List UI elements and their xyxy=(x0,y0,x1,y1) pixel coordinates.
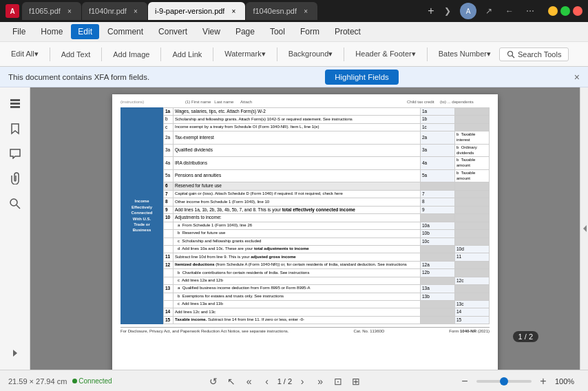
menu-item-home[interactable]: Home xyxy=(34,24,70,39)
tool-background[interactable]: Background▾ xyxy=(283,47,339,61)
business-label: Business xyxy=(133,227,151,233)
income-section-label: Income Effectively Connected With U.S. T… xyxy=(120,107,163,325)
more-tabs-button[interactable]: ❯ xyxy=(439,3,456,19)
tab-tab3[interactable]: i-9-paper-version.pdf× xyxy=(148,2,246,20)
table-row: 15 Taxable income. Subtract line 14 from… xyxy=(164,316,490,324)
search-tools-button[interactable]: Search Tools xyxy=(499,47,569,61)
rotate-left-button[interactable]: ↺ xyxy=(206,374,221,389)
tool-header-footer[interactable]: Header & Footer▾ xyxy=(350,47,421,61)
menu-item-edit[interactable]: Edit xyxy=(71,24,99,39)
tool-bates-number[interactable]: Bates Number▾ xyxy=(433,47,496,61)
title-bar-right: ❯ A ↗ ← ⋯ xyxy=(439,3,582,19)
new-tab-button[interactable]: + xyxy=(423,3,439,19)
more-options-button[interactable]: ⋯ xyxy=(522,3,538,19)
tool-label-edit-all: Edit All▾ xyxy=(11,50,39,59)
sidebar-pages-icon[interactable] xyxy=(4,93,26,115)
document-page: (instructions) (1) First name Last name … xyxy=(112,94,498,370)
close-button[interactable] xyxy=(573,6,582,16)
connected-status: Connected xyxy=(72,377,112,385)
table-row: 10 Adjustments to income: xyxy=(164,214,490,222)
first-page-button[interactable]: « xyxy=(242,374,257,389)
tool-label-background: Background▾ xyxy=(288,50,333,59)
tab-tab2[interactable]: f1040nr.pdf× xyxy=(82,2,147,20)
notification-close-button[interactable]: × xyxy=(574,72,580,83)
pdf-footer: For Disclosure, Privacy Act, and Paperwo… xyxy=(120,327,490,335)
prev-page-button[interactable]: ‹ xyxy=(260,374,275,389)
tool-separator-1 xyxy=(101,47,102,61)
maximize-button[interactable] xyxy=(560,6,570,16)
tool-add-link[interactable]: Add Link xyxy=(167,48,207,61)
highlight-fields-button[interactable]: Highlight Fields xyxy=(325,70,399,85)
with-us-label: With U.S. xyxy=(133,216,151,222)
pdf-content: (instructions) (1) First name Last name … xyxy=(112,94,498,370)
svg-rect-4 xyxy=(10,106,20,108)
sidebar-bookmark-icon[interactable] xyxy=(4,118,26,140)
tool-watermark[interactable]: Watermark▾ xyxy=(219,47,271,61)
tab-tab4[interactable]: f1040esn.pdf× xyxy=(246,2,317,20)
tab-tab1[interactable]: f1065.pdf× xyxy=(22,2,81,20)
zoom-out-button[interactable]: − xyxy=(457,374,472,389)
share-button[interactable]: ↗ xyxy=(481,3,497,19)
table-row: 11 Subtract line 10d from line 9. This i… xyxy=(164,253,490,261)
menu-item-tool[interactable]: Tool xyxy=(263,24,292,39)
sidebar-search-icon[interactable] xyxy=(4,192,26,214)
tool-edit-all[interactable]: Edit All▾ xyxy=(6,47,44,61)
menu-item-protect[interactable]: Protect xyxy=(328,24,368,39)
tab-close-tab2[interactable]: × xyxy=(131,6,140,16)
tab-close-tab3[interactable]: × xyxy=(229,6,238,16)
status-bar: 21.59 × 27.94 cm Connected ↺ ↖ « ‹ 1 / 2… xyxy=(0,370,588,391)
tool-add-image[interactable]: Add Image xyxy=(107,48,155,61)
sidebar-collapse-icon[interactable] xyxy=(4,342,26,364)
ribbon-menu: FileHomeEditCommentConvertViewPageToolFo… xyxy=(0,22,588,41)
pdf-header-info: (instructions) (1) First name Last name … xyxy=(120,100,490,105)
menu-item-comment[interactable]: Comment xyxy=(101,24,150,39)
tab-close-tab4[interactable]: × xyxy=(301,6,311,16)
app-icon: A xyxy=(6,4,19,18)
sidebar-comment-icon[interactable] xyxy=(4,142,26,165)
profile-icon[interactable]: A xyxy=(460,3,476,19)
minimize-button[interactable] xyxy=(548,6,558,16)
back-button[interactable]: ← xyxy=(501,3,518,19)
trade-label: Trade or xyxy=(134,222,150,227)
tab-close-tab1[interactable]: × xyxy=(65,6,74,16)
sidebar-attach-icon[interactable] xyxy=(4,167,26,189)
svg-line-6 xyxy=(17,205,20,209)
zoom-slider[interactable] xyxy=(476,380,532,383)
table-row: 6 Reserved for future use xyxy=(164,182,490,190)
table-row: c Add lines 13a and 13b 13c xyxy=(164,301,490,308)
right-sidebar-toggle[interactable] xyxy=(580,87,588,370)
table-row: b Charitable contributions for certain r… xyxy=(164,269,490,277)
table-row: 2a Tax-exempt interest 2a b Taxable inte… xyxy=(164,131,490,145)
ribbon-tools: Edit All▾Add TextAdd ImageAdd LinkWaterm… xyxy=(0,41,588,66)
document-scroll-area[interactable]: (instructions) (1) First name Last name … xyxy=(30,87,580,370)
title-bar: A f1065.pdf×f1040nr.pdf×i-9-paper-versio… xyxy=(0,0,588,22)
fit-page-button[interactable]: ⊡ xyxy=(330,374,346,389)
zoom-in-button[interactable]: + xyxy=(536,374,551,389)
ribbon: FileHomeEditCommentConvertViewPageToolFo… xyxy=(0,22,588,67)
menu-item-form[interactable]: Form xyxy=(293,24,326,39)
tool-label-add-link: Add Link xyxy=(172,50,202,59)
menu-item-file[interactable]: File xyxy=(6,24,32,39)
table-row: b Reserved for future use 10b xyxy=(164,230,490,237)
next-page-button[interactable]: › xyxy=(295,374,310,389)
toggle-view-button[interactable]: ⊞ xyxy=(348,374,364,389)
menu-item-page[interactable]: Page xyxy=(229,24,262,39)
tool-label-add-image: Add Image xyxy=(113,50,149,59)
table-row: 4a IRA distributions 4a b Taxable amount xyxy=(164,157,490,170)
page-indicator: 1 / 2 xyxy=(277,377,292,385)
last-page-button[interactable]: » xyxy=(313,374,328,389)
zoom-controls: − + 100% xyxy=(457,374,580,389)
tab-label: f1065.pdf xyxy=(29,7,61,15)
menu-item-convert[interactable]: Convert xyxy=(151,24,194,39)
svg-rect-3 xyxy=(10,103,20,105)
cursor-button[interactable]: ↖ xyxy=(224,374,239,389)
notification-bar: This document contains XFA form fields. … xyxy=(0,67,588,87)
tool-add-text[interactable]: Add Text xyxy=(56,48,96,61)
menu-item-view[interactable]: View xyxy=(196,24,227,39)
pdf-column-headers: (1) First name Last name Attach xyxy=(185,100,404,105)
svg-line-1 xyxy=(512,55,515,58)
page-navigation: ↺ ↖ « ‹ 1 / 2 › » ⊡ ⊞ xyxy=(206,374,364,389)
tool-label-add-text: Add Text xyxy=(61,50,91,59)
pdf-form-number: Form 1040-NR (2021) xyxy=(449,329,490,335)
tabs-container: f1065.pdf×f1040nr.pdf×i-9-paper-version.… xyxy=(22,2,420,20)
